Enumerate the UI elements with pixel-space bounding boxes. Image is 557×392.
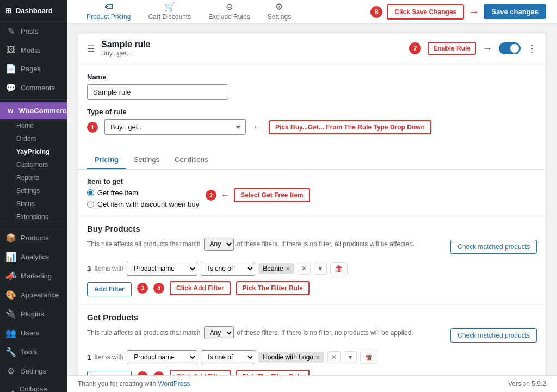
sidebar-item-posts[interactable]: ✎ Posts (0, 22, 67, 41)
radio-discount-input[interactable] (87, 201, 94, 208)
sidebar-sub-reports[interactable]: Reports (0, 171, 67, 184)
media-icon: 🖼 (5, 45, 16, 55)
sidebar-sub-status[interactable]: Status (0, 197, 67, 210)
buy-add-filter-button[interactable]: Add Filter (87, 282, 132, 296)
woo-icon: W (5, 107, 15, 115)
dashboard-icon: ⊞ (5, 7, 11, 15)
posts-icon: ✎ (5, 26, 16, 36)
rule-title-group: Sample rule Buy...get... (101, 40, 151, 57)
rule-name-title: Sample rule (101, 40, 151, 49)
top-tabs-bar: 🏷 Product Pricing 🛒 Cart Discounts ⊖ Exc… (67, 0, 557, 24)
sidebar-item-plugins[interactable]: 🔌 Plugins (0, 304, 67, 323)
get-products-any-select[interactable]: Any (204, 326, 234, 339)
sidebar-item-collapse[interactable]: ◀ Collapse menu (0, 381, 67, 392)
sidebar-item-appearance[interactable]: 🎨 Appearance (0, 285, 67, 304)
get-items-with-label: Items with (94, 353, 123, 361)
get-products-title: Get Products (87, 313, 537, 322)
tab-cart-discounts[interactable]: 🛒 Cart Discounts (139, 0, 200, 26)
click-save-changes-button[interactable]: Click Save Changes (387, 4, 464, 20)
get-filter-type-select[interactable]: Product name (127, 350, 197, 364)
buy-condition-select[interactable]: Is one of (201, 262, 255, 276)
buy-check-matched-button[interactable]: Check matched products (450, 240, 537, 254)
type-of-rule-label: Type of rule (87, 108, 537, 116)
get-add-filter-row: Add Filter 5 6 Click Add Filter Pick The… (87, 369, 537, 375)
get-check-matched-button[interactable]: Check matched products (450, 328, 537, 343)
get-condition-select[interactable]: Is one of (201, 350, 255, 364)
buy-tag-remove-icon[interactable]: ✕ (286, 266, 290, 272)
buy-filter-arrow-button[interactable]: ▼ (314, 263, 327, 275)
get-filter-arrow-button[interactable]: ▼ (344, 351, 357, 363)
settings-icon: ⚙ (5, 366, 16, 376)
get-products-desc: This rule affects all products that matc… (87, 326, 413, 339)
get-add-filter-button[interactable]: Add Filter (87, 371, 132, 375)
pick-dropdown-annotation: Pick Buy...Get... From The Rule Type Dro… (269, 120, 431, 134)
type-of-rule-group: Type of rule 1 Buy...get... ← Pick Buy..… (87, 108, 537, 135)
enable-rule-toggle[interactable] (499, 42, 521, 54)
name-input[interactable] (87, 84, 228, 100)
get-filter-delete-button[interactable]: 🗑 (360, 351, 377, 364)
sidebar-item-settings[interactable]: ⚙ Settings (0, 362, 67, 381)
radio-discount-item[interactable]: Get item with discount when buy (87, 200, 199, 208)
buy-filter-clear-button[interactable]: ✕ (298, 263, 311, 275)
buy-click-add-annotation: Click Add Filter (170, 281, 231, 295)
radio-free-input[interactable] (87, 189, 94, 196)
hamburger-icon[interactable]: ☰ (87, 43, 95, 54)
top-right-toolbar: 8 Click Save Changes → Save changes (370, 4, 546, 20)
rule-header-right: 7 Enable Rule → ⋮ (409, 42, 537, 55)
rule-card: ☰ Sample rule Buy...get... 7 Enable Rule… (78, 33, 546, 375)
get-products-section: Get Products This rule affects all produ… (78, 304, 546, 375)
plugins-icon: 🔌 (5, 309, 16, 319)
sidebar-item-comments[interactable]: 💬 Comments (0, 78, 67, 97)
sidebar-logo[interactable]: ⊞ Dashboard (0, 0, 67, 22)
tab-exclude-rules[interactable]: ⊖ Exclude Rules (200, 0, 259, 26)
step6-badge: 6 (153, 371, 164, 375)
step1-badge: 1 (87, 122, 98, 133)
sidebar-sub-home[interactable]: Home (0, 119, 67, 132)
arrow-enable-icon: → (482, 43, 492, 54)
wordpress-link[interactable]: WordPress (158, 380, 190, 388)
item-to-get-section: Item to get Get free item Get item with … (78, 177, 546, 216)
sidebar-sub-yaypricing[interactable]: YayPricing (0, 145, 67, 158)
buy-products-desc: This rule affects all products that matc… (87, 238, 414, 251)
tab-product-pricing[interactable]: 🏷 Product Pricing (78, 0, 139, 26)
footer-text: Thank you for creating with WordPress. (78, 380, 192, 388)
sidebar-sub-orders[interactable]: Orders (0, 132, 67, 145)
step2-badge: 2 (206, 190, 216, 201)
save-changes-button[interactable]: Save changes (484, 4, 546, 19)
rule-sub-title: Buy...get... (101, 49, 151, 57)
sidebar-item-media[interactable]: 🖼 Media (0, 41, 67, 59)
inner-tab-conditions[interactable]: Conditions (167, 151, 215, 169)
sidebar-sub-customers[interactable]: Customers (0, 158, 67, 171)
inner-tabs: Pricing Settings Conditions (78, 151, 546, 170)
product-pricing-icon: 🏷 (104, 2, 113, 12)
more-options-icon[interactable]: ⋮ (527, 42, 537, 54)
tab-settings-icon: ⚙ (275, 2, 283, 12)
radio-free-item[interactable]: Get free item (87, 189, 199, 197)
buy-filter-delete-button[interactable]: 🗑 (330, 262, 348, 275)
appearance-icon: 🎨 (5, 290, 16, 300)
get-tag-remove-icon[interactable]: ✕ (315, 354, 320, 360)
tab-settings[interactable]: ⚙ Settings (259, 0, 300, 26)
sidebar-sub-extensions[interactable]: Extensions (0, 210, 67, 223)
sidebar-item-tools[interactable]: 🔧 Tools (0, 343, 67, 362)
content-area: ☰ Sample rule Buy...get... 7 Enable Rule… (67, 24, 557, 375)
buy-products-any-select[interactable]: Any (204, 238, 234, 251)
exclude-rules-icon: ⊖ (226, 2, 233, 12)
inner-tab-pricing[interactable]: Pricing (87, 151, 126, 169)
buy-filter-type-select[interactable]: Product name (127, 262, 197, 276)
type-of-rule-select[interactable]: Buy...get... (104, 119, 246, 135)
step2-annotation-group: 2 ← Select Get Free Item (206, 188, 310, 202)
sidebar-item-products[interactable]: 📦 Products (0, 228, 67, 247)
sidebar-woocommerce[interactable]: W WooCommerce (0, 102, 67, 119)
get-filter-clear-button[interactable]: ✕ (327, 351, 341, 363)
sidebar-item-users[interactable]: 👥 Users (0, 323, 67, 343)
inner-tab-settings[interactable]: Settings (126, 151, 167, 169)
get-filter-row: 1 Items with Product name Is one of Hood… (87, 350, 537, 364)
sidebar-item-analytics[interactable]: 📊 Analytics (0, 247, 67, 266)
sidebar-item-pages[interactable]: 📄 Pages (0, 59, 67, 78)
comments-icon: 💬 (5, 83, 16, 93)
sidebar-sub-settings[interactable]: Settings (0, 184, 67, 197)
get-filter-tag: Hoodie with Logo ✕ (258, 352, 324, 363)
buy-pick-rule-annotation: Pick The Filter Rule (236, 281, 310, 295)
sidebar-item-marketing[interactable]: 📣 Marketing (0, 266, 67, 285)
